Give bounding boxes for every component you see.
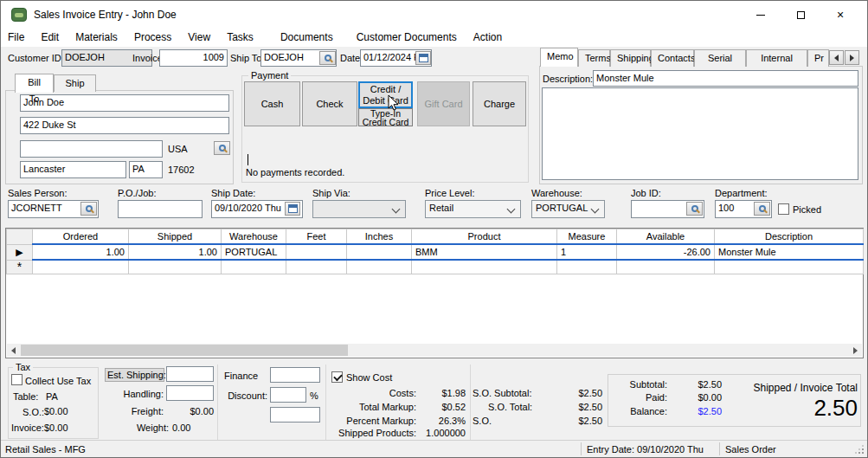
picked-checkbox[interactable] xyxy=(778,203,789,215)
scroll-right-button[interactable] xyxy=(849,344,862,357)
discount-field[interactable] xyxy=(270,387,306,403)
menu-process[interactable]: Process xyxy=(127,29,178,47)
col-header-shipped[interactable]: Shipped xyxy=(129,229,222,245)
cell-shipped[interactable]: 1.00 xyxy=(129,244,222,260)
cell-measure[interactable]: 1 xyxy=(557,244,617,260)
cell-feet[interactable] xyxy=(286,244,347,260)
grid-row-1[interactable]: ▶ 1.00 1.00 PORTUGAL BMM 1 -26.00 Monste… xyxy=(7,244,864,260)
memo-textarea[interactable] xyxy=(542,87,858,180)
credit-debit-card-button[interactable]: Credit / Debit Card xyxy=(358,81,413,108)
cell-ordered[interactable]: 1.00 xyxy=(33,244,129,260)
new-cell[interactable] xyxy=(557,260,617,274)
job-id-search-button[interactable] xyxy=(686,202,703,216)
ship-date-calendar-button[interactable] xyxy=(285,202,300,216)
tab-ship-to[interactable]: Ship To xyxy=(54,74,96,92)
new-cell[interactable] xyxy=(286,260,347,274)
cell-description[interactable]: Monster Mule xyxy=(715,244,864,260)
charge-button[interactable]: Charge xyxy=(473,81,526,126)
finance-field[interactable] xyxy=(270,367,320,383)
col-header-feet[interactable]: Feet xyxy=(286,229,347,245)
new-cell[interactable] xyxy=(129,260,222,274)
new-cell[interactable] xyxy=(347,260,412,274)
resize-grip[interactable] xyxy=(862,452,864,454)
close-button[interactable]: × xyxy=(820,1,860,29)
cell-warehouse[interactable]: PORTUGAL xyxy=(222,244,286,260)
collect-use-tax-checkbox[interactable] xyxy=(11,374,23,385)
tax-invoice-label: Invoice: xyxy=(11,423,44,433)
tab-shipping[interactable]: Shipping xyxy=(610,49,651,67)
warehouse-combo[interactable]: PORTUGAL xyxy=(531,200,605,218)
tab-prices-truncated[interactable]: Pr xyxy=(807,49,829,67)
col-header-measure[interactable]: Measure xyxy=(557,229,617,245)
cell-available[interactable]: -26.00 xyxy=(617,244,715,260)
tab-serial-no[interactable]: Serial No. xyxy=(694,49,746,67)
menu-documents[interactable]: Documents xyxy=(273,29,340,47)
new-cell[interactable] xyxy=(222,260,286,274)
show-cost-checkbox[interactable] xyxy=(331,371,343,383)
col-header-description[interactable]: Description xyxy=(715,229,864,245)
tab-scroll-left-button[interactable] xyxy=(829,50,844,65)
scrollbar-thumb[interactable] xyxy=(21,345,348,356)
ship-via-combo[interactable] xyxy=(312,200,406,218)
check-button[interactable]: Check xyxy=(302,81,357,126)
calendar-icon xyxy=(419,54,428,62)
tab-memo[interactable]: Memo xyxy=(540,48,578,67)
est-shipping-label[interactable]: Est. Shipping: xyxy=(105,368,164,382)
cell-product[interactable]: BMM xyxy=(412,244,557,260)
bill-to-name-field[interactable]: John Doe xyxy=(20,94,229,112)
handling-field[interactable] xyxy=(166,385,214,401)
date-calendar-button[interactable] xyxy=(415,51,431,65)
row-selector-arrow[interactable]: ▶ xyxy=(7,244,33,260)
state-field[interactable]: PA xyxy=(129,161,163,178)
col-header-inches[interactable]: Inches xyxy=(347,229,412,245)
balance-value: $2.50 xyxy=(672,406,722,416)
text-caret xyxy=(248,154,248,165)
city-field[interactable]: Lancaster xyxy=(20,161,126,178)
scroll-left-button[interactable] xyxy=(7,344,20,357)
menu-action[interactable]: Action xyxy=(466,29,509,47)
tab-bill-to[interactable]: Bill To xyxy=(15,74,54,93)
po-job-field[interactable] xyxy=(118,200,203,218)
bill-to-line3-field[interactable] xyxy=(20,140,163,158)
grid-new-row[interactable]: * xyxy=(7,260,864,274)
menu-edit[interactable]: Edit xyxy=(34,29,66,47)
cell-inches[interactable] xyxy=(347,244,412,260)
tab-terms[interactable]: Terms xyxy=(578,49,610,67)
bill-to-street-field[interactable]: 422 Duke St xyxy=(20,117,229,134)
type-in-credit-card-button[interactable]: Type-In Credit Card xyxy=(358,108,413,126)
collect-use-tax-label: Collect Use Tax xyxy=(25,376,91,386)
invoice-field[interactable]: 1009 xyxy=(159,49,228,67)
price-level-combo[interactable]: Retail xyxy=(425,200,521,218)
tab-scroll-right-button[interactable] xyxy=(845,50,859,65)
search-icon xyxy=(691,205,698,212)
menu-materials[interactable]: Materials xyxy=(68,29,125,47)
tab-contacts[interactable]: Contacts xyxy=(651,49,694,67)
customer-id-label: Customer ID: xyxy=(8,53,64,63)
ship-to-search-button[interactable] xyxy=(319,51,336,65)
grid-horizontal-scrollbar[interactable] xyxy=(7,344,862,357)
description-field[interactable]: Monster Mule xyxy=(593,70,858,87)
menu-customer-documents[interactable]: Customer Documents xyxy=(350,29,464,47)
menu-file[interactable]: File xyxy=(1,29,31,47)
cash-button[interactable]: Cash xyxy=(244,81,300,126)
est-shipping-field[interactable] xyxy=(166,366,214,382)
menu-view[interactable]: View xyxy=(181,29,217,47)
col-header-available[interactable]: Available xyxy=(617,229,715,245)
minimize-button[interactable] xyxy=(741,1,781,29)
menu-tasks[interactable]: Tasks xyxy=(220,29,260,47)
finance-extra-field[interactable] xyxy=(270,407,320,423)
col-header-warehouse[interactable]: Warehouse xyxy=(222,229,286,245)
new-cell[interactable] xyxy=(33,260,129,274)
paid-label: Paid: xyxy=(611,392,667,403)
maximize-button[interactable] xyxy=(781,1,820,29)
new-cell[interactable] xyxy=(617,260,715,274)
new-cell[interactable] xyxy=(715,260,864,274)
gift-card-button[interactable]: Gift Card xyxy=(417,81,470,126)
col-header-ordered[interactable]: Ordered xyxy=(33,229,129,245)
col-header-product[interactable]: Product xyxy=(412,229,557,245)
tab-internal-notes[interactable]: Internal Notes xyxy=(746,49,807,67)
address-search-button[interactable] xyxy=(214,141,230,155)
new-cell[interactable] xyxy=(412,260,557,274)
sales-person-search-button[interactable] xyxy=(80,202,97,216)
department-search-button[interactable] xyxy=(754,202,770,216)
